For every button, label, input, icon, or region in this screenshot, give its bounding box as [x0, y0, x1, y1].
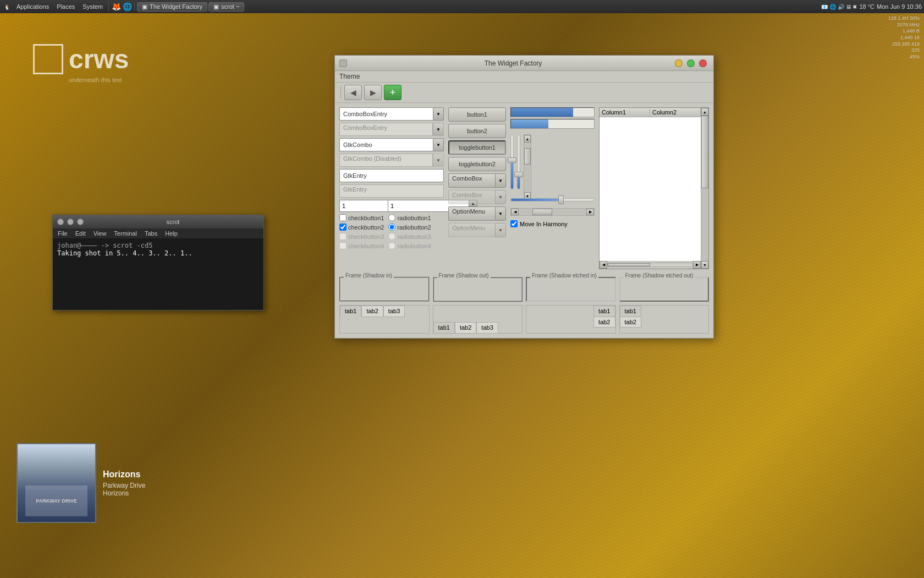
button-1[interactable]: button1 — [448, 107, 506, 122]
terminal-edit-menu[interactable]: Edit — [73, 230, 89, 237]
gtk-combo-1-input[interactable] — [339, 138, 433, 151]
radio-4-input — [388, 242, 395, 249]
hscrollbar-right-btn[interactable]: ▶ — [586, 209, 594, 215]
checkbox-4-label: checkbutton4 — [348, 243, 384, 249]
terminal-maximize-btn[interactable] — [67, 219, 74, 225]
option-menu-1-btn[interactable]: ▼ — [495, 206, 506, 221]
toolbar-back-btn[interactable]: ◀ — [344, 85, 362, 100]
gtk-combo-1-btn[interactable]: ▼ — [433, 138, 444, 151]
hscale-track[interactable] — [510, 198, 595, 201]
wf-close-btn[interactable] — [699, 59, 707, 67]
wf-menu-icon[interactable] — [339, 59, 347, 67]
radio-2-input[interactable] — [388, 223, 395, 231]
wf-minimize-btn[interactable] — [675, 59, 683, 67]
vscale-2-thumb[interactable] — [514, 172, 523, 177]
toolbar-add-btn[interactable]: + — [384, 85, 402, 100]
temperature: 18 °C — [859, 3, 875, 10]
vscale-1-thumb[interactable] — [508, 157, 516, 163]
progress-bars — [510, 107, 595, 129]
taskbar-places[interactable]: Places — [53, 2, 78, 11]
tab-group-4-tab-1[interactable]: tab1 — [620, 306, 641, 317]
move-harmony-checkbox[interactable] — [510, 220, 518, 227]
taskbar-system[interactable]: System — [79, 2, 106, 11]
scrollbar-up-btn[interactable]: ▲ — [524, 135, 531, 143]
vscale-1-track[interactable] — [510, 134, 514, 189]
taskbar-applications[interactable]: Applications — [13, 2, 52, 11]
datetime: Mon Jun 9 10:36 — [877, 3, 922, 10]
vertical-scrollbar[interactable]: ▲ ▼ — [524, 134, 531, 200]
radio-1-input[interactable] — [388, 214, 395, 221]
terminal-help-menu[interactable]: Help — [162, 230, 180, 237]
firefox-icon[interactable]: 🦊 — [111, 2, 121, 12]
tree-vscroll[interactable]: ▲ ▼ — [701, 108, 708, 269]
tree-vscroll-thumb[interactable] — [701, 116, 708, 188]
toggle-button-1[interactable]: togglebutton1 — [448, 140, 506, 155]
scrollbar-track[interactable] — [524, 143, 531, 192]
terminal-view-menu[interactable]: View — [91, 230, 109, 237]
terminal-title: scrot — [87, 219, 259, 225]
button-2[interactable]: button2 — [448, 124, 506, 138]
toggle-button-2[interactable]: togglebutton2 — [448, 157, 506, 171]
tab-group-1: tab1 tab2 tab3 — [339, 305, 430, 334]
combo-box-entry-1-btn[interactable]: ▼ — [433, 107, 444, 121]
tab-group-3-bar: tab1 tab2 — [593, 306, 615, 333]
hscrollbar-track[interactable] — [519, 209, 586, 215]
checkbox-2[interactable]: checkbutton2 — [339, 223, 384, 231]
scrollbar-thumb[interactable] — [524, 148, 531, 165]
tab-group-2-tab-3[interactable]: tab3 — [476, 322, 498, 334]
tree-hscroll[interactable]: ◀ ▶ — [600, 261, 701, 269]
combo-box-entry-2-btn[interactable]: ▼ — [433, 123, 444, 136]
terminal-minimize-btn[interactable] — [57, 219, 64, 225]
tree-hscroll-track[interactable] — [607, 263, 693, 267]
tab-group-4: tab1 tab2 — [619, 305, 710, 334]
terminal-file-menu[interactable]: File — [55, 230, 70, 237]
tree-vscroll-track[interactable] — [701, 116, 708, 261]
tree-body[interactable] — [600, 117, 701, 261]
tree-vscroll-up[interactable]: ▲ — [701, 108, 708, 116]
terminal-close-btn[interactable] — [77, 219, 84, 225]
tab-group-1-tab-3[interactable]: tab3 — [383, 306, 405, 317]
taskbar-widget-factory-btn[interactable]: ▣ The Widget Factory — [137, 2, 207, 12]
hscale-thumb[interactable] — [558, 195, 564, 204]
checkbox-1-input[interactable] — [339, 214, 346, 221]
tab-group-2-tab-1[interactable]: tab1 — [433, 322, 455, 333]
combobox-1-btn[interactable]: ▼ — [495, 173, 506, 188]
wf-theme-menu[interactable]: Theme — [339, 73, 360, 80]
hscrollbar-left-btn[interactable]: ◀ — [511, 209, 519, 215]
taskbar-scrot-btn[interactable]: ▣ scrot ~ — [208, 2, 244, 12]
terminal-terminal-menu[interactable]: Terminal — [111, 230, 140, 237]
gtk-entry-1[interactable] — [339, 169, 444, 182]
combo-box-entry-1-input[interactable] — [339, 107, 433, 121]
hscrollbar-thumb[interactable] — [532, 209, 553, 215]
checkbox-2-input[interactable] — [339, 223, 346, 231]
tab-group-4-tab-2[interactable]: tab2 — [620, 317, 641, 328]
tab-group-3-tab-1[interactable]: tab1 — [593, 306, 615, 317]
frame-shadow-in: Frame (Shadow in) — [339, 277, 430, 302]
wf-maximize-btn[interactable] — [687, 59, 695, 67]
tree-hscroll-right[interactable]: ▶ — [693, 261, 701, 269]
terminal-menubar: File Edit View Terminal Tabs Help — [53, 228, 263, 238]
tree-vscroll-down[interactable]: ▼ — [701, 261, 708, 269]
checkbox-1[interactable]: checkbutton1 — [339, 214, 384, 221]
horizontal-scrollbar[interactable]: ◀ ▶ — [510, 208, 595, 216]
progress-bar-1-fill — [511, 108, 573, 117]
taskbar-distro-icon[interactable]: 🐧 — [2, 2, 12, 12]
terminal-tabs-menu[interactable]: Tabs — [142, 230, 160, 237]
toolbar-forward-btn[interactable]: ▶ — [364, 85, 382, 100]
music-title: Horizons — [103, 470, 145, 479]
wf-right-panel: ▲ ▼ ◀ — [510, 107, 595, 269]
tree-hscroll-left[interactable]: ◀ — [600, 261, 607, 269]
tree-col-1: Column1 — [600, 108, 650, 117]
radio-1[interactable]: radiobutton1 — [388, 214, 431, 221]
toolbar-sep1 — [340, 86, 341, 99]
tab-group-1-tab-1[interactable]: tab1 — [340, 306, 361, 317]
tab-group-3-tab-2[interactable]: tab2 — [593, 317, 615, 328]
vscale-2-track[interactable] — [517, 134, 520, 189]
browser-icon[interactable]: 🌐 — [122, 2, 132, 12]
checkbox-4: checkbutton4 — [339, 242, 384, 249]
tree-hscroll-thumb[interactable] — [608, 263, 650, 266]
tab-group-1-tab-2[interactable]: tab2 — [361, 306, 383, 317]
tab-group-2-tab-2[interactable]: tab2 — [455, 322, 476, 334]
radio-2[interactable]: radiobutton2 — [388, 223, 431, 231]
progress-bar-1 — [510, 107, 595, 117]
